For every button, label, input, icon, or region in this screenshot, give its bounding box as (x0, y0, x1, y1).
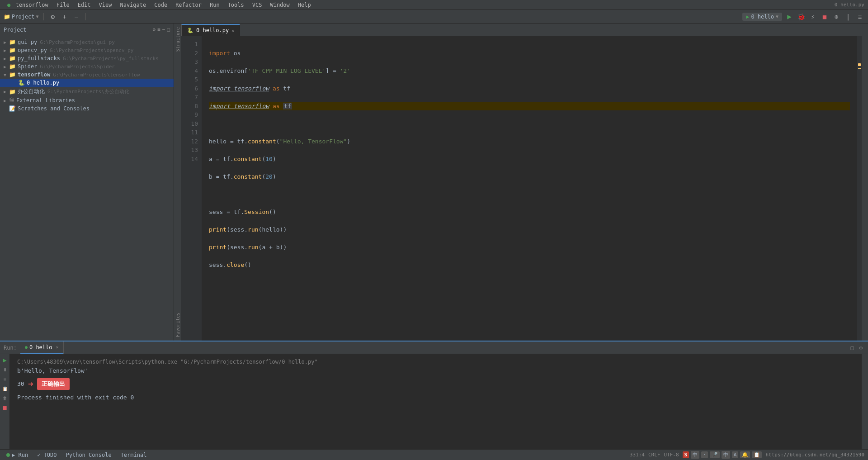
run-dot-icon (6, 453, 10, 457)
tree-item-external-libs[interactable]: ▶ 🏛 External Libraries (0, 96, 174, 104)
menu-view[interactable]: View (95, 1, 116, 9)
toolbar-extra1[interactable]: ⊕ (832, 12, 841, 21)
gutter-mark-2 (858, 68, 861, 69)
sidebar: Project ⚙ ≡ − □ ▶ 📁 gui_py G:\PycharmPro… (0, 24, 174, 341)
sidebar-close-icon[interactable]: − (162, 27, 165, 33)
annotation-container: 30 ➜ 正确输出 (17, 377, 854, 391)
tree-item-office[interactable]: ▶ 📁 办公自动化 G:\PycharmProjects\办公自动化 (0, 87, 174, 96)
menu-bar: ● tensorflow File Edit View Navigate Cod… (0, 0, 868, 10)
console-cmd-line: C:\Users\48309\venv\tensorflow\Scripts\p… (17, 358, 854, 366)
debug-button[interactable]: 🐞 (797, 12, 806, 21)
tab-0-hello-py[interactable]: 🐍 0 hello.py ✕ (181, 24, 240, 36)
status-encoding: UTF-8 (664, 452, 679, 458)
tree-item-tensorflow[interactable]: ▼ 📁 tensorflow G:\PycharmProjects\tensor… (0, 71, 174, 79)
sys-tray-zh: 中 (691, 451, 699, 459)
sidebar-expand-icon[interactable]: □ (167, 27, 170, 33)
status-crlf: CRLF (648, 452, 660, 458)
bottom-tab-icons: □ ⚙ (849, 345, 864, 351)
footer-tab-python-console[interactable]: Python Console (63, 451, 114, 459)
run-config[interactable]: ▶ 0 hello ▼ (742, 13, 782, 21)
line-numbers: 1 2 3 4 5 6 7 8 9 10 11 12 13 14 (181, 36, 202, 341)
tree-item-scratches[interactable]: 📝 Scratches and Consoles (0, 104, 174, 113)
console-output: C:\Users\48309\venv\tensorflow\Scripts\p… (10, 354, 862, 449)
toolbar-minus-btn[interactable]: − (72, 12, 81, 21)
footer-tab-todo[interactable]: ✓ TODO (34, 451, 59, 459)
tab-bar: 🐍 0 hello.py ✕ (181, 24, 862, 36)
tab-close-icon[interactable]: ✕ (231, 28, 234, 33)
gutter-mark-1 (858, 63, 861, 66)
menu-code[interactable]: Code (151, 1, 171, 9)
menu-file[interactable]: File (53, 1, 73, 9)
console-scrollbar[interactable] (862, 354, 868, 449)
code-editor: 1 2 3 4 5 6 7 8 9 10 11 12 13 14 import … (181, 36, 862, 341)
menu-navigate[interactable]: Navigate (116, 1, 150, 9)
menu-tensorflow[interactable]: ● tensorflow (4, 1, 52, 9)
title-file: 0 hello.py (835, 2, 864, 8)
run-label: Run: (4, 345, 17, 351)
bottom-tab-bar: Run: ● 0 hello ✕ □ ⚙ (0, 341, 868, 354)
console-exit-line: Process finished with exit code 0 (17, 393, 854, 403)
console-number-30: 30 (17, 379, 24, 389)
sys-tray-clipboard: 📋 (752, 451, 762, 458)
tree-item-gui-py[interactable]: ▶ 📁 gui_py G:\PycharmProjects\gui_py (0, 38, 174, 46)
menu-edit[interactable]: Edit (74, 1, 94, 9)
menu-tools[interactable]: Tools (224, 1, 248, 9)
red-arrow-icon: ➜ (28, 377, 33, 391)
footer-tabs: ▶ Run ✓ TODO Python Console Terminal 331… (0, 449, 868, 460)
structure-label[interactable]: Structure (174, 24, 181, 55)
editor-gutter-right (857, 36, 862, 341)
editor-scrollbar[interactable] (862, 24, 868, 341)
tree-item-py-fullstacks[interactable]: ▶ 📁 py_fullstacks G:\PycharmProjects\py_… (0, 54, 174, 62)
toolbar-settings-btn[interactable]: ⚙ (48, 12, 57, 21)
menu-window[interactable]: Window (266, 1, 293, 9)
bottom-panel: Run: ● 0 hello ✕ □ ⚙ ▶ ⏸ ≡ 📋 🗑 ■ C:\User… (0, 341, 868, 449)
sys-tray: S 中 · 🎤 中 A 🔔 📋 (683, 451, 762, 459)
sidebar-tree: ▶ 📁 gui_py G:\PycharmProjects\gui_py ▶ 📁… (0, 36, 174, 341)
sys-tray-a: A (732, 451, 739, 458)
footer-tab-run[interactable]: ▶ Run (4, 451, 31, 459)
bottom-tab-expand[interactable]: □ (849, 345, 856, 351)
toolbar-project: 📁 Project ▼ (4, 14, 39, 20)
toolbar-right: ▶ 0 hello ▼ ▶ 🐞 ⚡ ■ ⊕ | ≡ (742, 12, 864, 21)
menu-help[interactable]: Help (294, 1, 315, 9)
sys-tray-s: S (683, 451, 689, 458)
status-position: 331:4 (630, 452, 645, 458)
tree-item-0-hello-py[interactable]: 🐍 0 hello.py (0, 79, 174, 87)
tree-item-spider[interactable]: ▶ 📁 Spider G:\PycharmProjects\Spider (0, 62, 174, 71)
sidebar-settings-icon[interactable]: ⚙ (153, 27, 156, 33)
toolbar: 📁 Project ▼ ⚙ + − ▶ 0 hello ▼ ▶ 🐞 ⚡ ■ ⊕ … (0, 10, 868, 24)
footer-right: 331:4 CRLF UTF-8 S 中 · 🎤 中 A 🔔 📋 https:/… (630, 451, 864, 459)
tree-item-opencv-py[interactable]: ▶ 📁 opencv_py G:\PycharmProjects\opencv_… (0, 46, 174, 54)
menu-vcs[interactable]: VCS (249, 1, 266, 9)
run-sidebar: ▶ ⏸ ≡ 📋 🗑 ■ (0, 354, 10, 449)
menu-refactor[interactable]: Refactor (172, 1, 205, 9)
menu-run[interactable]: Run (206, 1, 223, 9)
sys-tray-dot: · (701, 451, 708, 458)
toolbar-extra2[interactable]: | (844, 12, 853, 21)
code-content[interactable]: import os os.environ['TF_CPP_MIN_LOG_LEV… (202, 36, 857, 341)
toolbar-extra3[interactable]: ≡ (855, 12, 864, 21)
run-sidebar-btn5[interactable]: ■ (1, 403, 9, 412)
status-url: https://blog.csdn.net/qq_34321590 (765, 452, 864, 458)
stop-button[interactable]: ■ (820, 12, 829, 21)
run-tab-0-hello[interactable]: ● 0 hello ✕ (20, 341, 64, 354)
footer-tab-terminal[interactable]: Terminal (118, 451, 150, 459)
bottom-tab-settings[interactable]: ⚙ (858, 345, 864, 351)
console-output-hello: b'Hello, TensorFlow' (17, 366, 854, 376)
run-sidebar-btn2[interactable]: ≡ (1, 375, 9, 383)
coverage-button[interactable]: ⚡ (808, 12, 817, 21)
sidebar-collapse-icon[interactable]: ≡ (157, 27, 160, 33)
run-sidebar-btn3[interactable]: 📋 (1, 384, 9, 393)
editor-area: 🐍 0 hello.py ✕ 1 2 3 4 5 6 7 8 9 10 11 1… (181, 24, 862, 341)
sidebar-title: Project (4, 27, 27, 33)
run-button[interactable]: ▶ (785, 12, 794, 21)
sidebar-header: Project ⚙ ≡ − □ (0, 24, 174, 36)
run-sidebar-btn4[interactable]: 🗑 (1, 394, 9, 402)
annotation-box: 正确输出 (37, 378, 70, 390)
favorites-label[interactable]: Favorites (174, 309, 181, 341)
run-sidebar-btn1[interactable]: ⏸ (1, 365, 9, 374)
toolbar-add-btn[interactable]: + (60, 12, 69, 21)
sys-tray-mic: 🎤 (710, 451, 720, 458)
run-again-btn[interactable]: ▶ (1, 356, 9, 364)
sys-tray-bell: 🔔 (740, 451, 750, 458)
